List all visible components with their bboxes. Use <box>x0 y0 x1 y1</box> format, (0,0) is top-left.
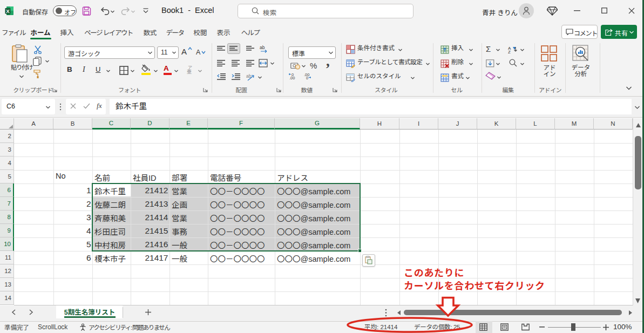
svg-text:0: 0 <box>306 76 308 79</box>
svg-text:ab: ab <box>260 45 265 50</box>
svg-text:亜: 亜 <box>187 69 192 74</box>
svg-text:X: X <box>6 8 10 14</box>
svg-text:Z: Z <box>508 50 511 53</box>
svg-text:.00: .00 <box>289 76 295 79</box>
